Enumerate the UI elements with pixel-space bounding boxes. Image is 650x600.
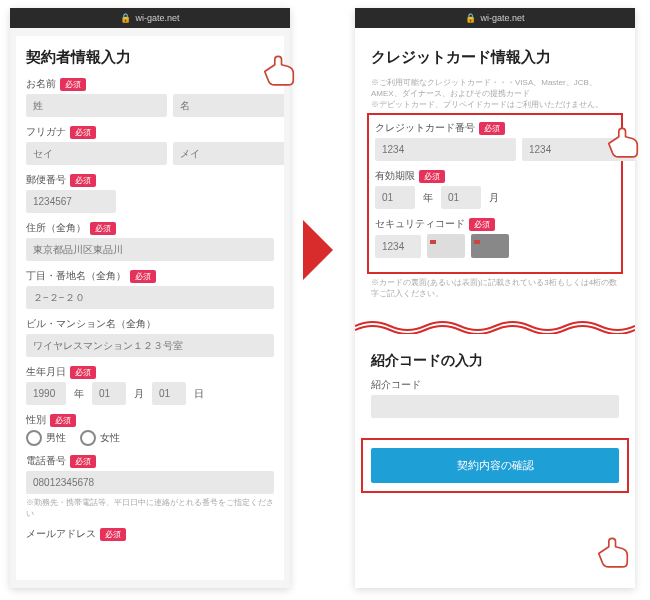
lock-icon: 🔒 bbox=[120, 13, 131, 23]
field-ccnum: クレジットカード番号必須 bbox=[375, 121, 615, 161]
field-sex: 性別必須 男性 女性 bbox=[26, 413, 274, 446]
field-bldg: ビル・マンション名（全角） bbox=[26, 317, 274, 357]
screen-contractor-info: 🔒 wi-gate.net 契約者情報入力 お名前必須 フリガナ必須 郵便番号必… bbox=[10, 8, 290, 588]
field-dob: 生年月日必須 年 月 日 bbox=[26, 365, 274, 405]
cvv-note: ※カードの裏面(あるいは表面)に記載されている3桁もしくは4桁の数字ご記入くださ… bbox=[371, 277, 619, 299]
ccnum-1-input[interactable] bbox=[375, 138, 516, 161]
lock-icon: 🔒 bbox=[465, 13, 476, 23]
referral-input[interactable] bbox=[371, 395, 619, 418]
tel-note: ※勤務先・携帯電話等、平日日中に連絡がとれる番号をご指定ください bbox=[26, 497, 274, 519]
dob-month-input[interactable] bbox=[92, 382, 126, 405]
form-content: クレジットカード情報入力 ※ご利用可能なクレジットカード・・・VISA、Mast… bbox=[355, 28, 635, 588]
field-kana: フリガナ必須 bbox=[26, 125, 274, 165]
cc-title: クレジットカード情報入力 bbox=[371, 48, 619, 67]
bldg-input[interactable] bbox=[26, 334, 274, 357]
field-exp: 有効期限必須 年 月 bbox=[375, 169, 615, 209]
address-bar: 🔒 wi-gate.net bbox=[355, 8, 635, 28]
exp-month-input[interactable] bbox=[441, 186, 481, 209]
dob-day-input[interactable] bbox=[152, 382, 186, 405]
address-bar: 🔒 wi-gate.net bbox=[10, 8, 290, 28]
cvv-input[interactable] bbox=[375, 235, 421, 258]
url-text: wi-gate.net bbox=[135, 13, 179, 23]
card-front-icon bbox=[427, 234, 465, 258]
arrow-icon bbox=[303, 220, 333, 280]
surname-input[interactable] bbox=[26, 94, 167, 117]
addr-input[interactable] bbox=[26, 238, 274, 261]
field-addr2: 丁目・番地名（全角）必須 bbox=[26, 269, 274, 309]
sex-female-radio[interactable]: 女性 bbox=[80, 430, 120, 446]
confirm-highlight-box: 契約内容の確認 bbox=[361, 438, 629, 493]
url-text: wi-gate.net bbox=[480, 13, 524, 23]
required-badge: 必須 bbox=[60, 78, 86, 91]
exp-year-input[interactable] bbox=[375, 186, 415, 209]
givenname-input[interactable] bbox=[173, 94, 284, 117]
ccnum-2-input[interactable] bbox=[522, 138, 635, 161]
zip-input[interactable] bbox=[26, 190, 116, 213]
referral-title: 紹介コードの入力 bbox=[371, 352, 619, 370]
kana-givenname-input[interactable] bbox=[173, 142, 284, 165]
cc-note: ※ご利用可能なクレジットカード・・・VISA、Master、JCB、AMEX、ダ… bbox=[371, 77, 619, 110]
card-back-icon bbox=[471, 234, 509, 258]
dob-year-input[interactable] bbox=[26, 382, 66, 405]
confirm-button[interactable]: 契約内容の確認 bbox=[371, 448, 619, 483]
field-name: お名前必須 bbox=[26, 77, 274, 117]
field-zip: 郵便番号必須 bbox=[26, 173, 274, 213]
field-tel: 電話番号必須 ※勤務先・携帯電話等、平日日中に連絡がとれる番号をご指定ください bbox=[26, 454, 274, 519]
kana-surname-input[interactable] bbox=[26, 142, 167, 165]
screen-credit-card: 🔒 wi-gate.net クレジットカード情報入力 ※ご利用可能なクレジットカ… bbox=[355, 8, 635, 588]
form-content: 契約者情報入力 お名前必須 フリガナ必須 郵便番号必須 住所（全角）必須 丁目・… bbox=[16, 36, 284, 580]
page-title: 契約者情報入力 bbox=[26, 48, 274, 67]
field-addr: 住所（全角）必須 bbox=[26, 221, 274, 261]
cc-highlight-box: クレジットカード番号必須 有効期限必須 年 月 bbox=[367, 113, 623, 274]
sex-male-radio[interactable]: 男性 bbox=[26, 430, 66, 446]
field-mail: メールアドレス必須 bbox=[26, 527, 274, 541]
content-break bbox=[355, 318, 635, 334]
field-cvv: セキュリティコード必須 bbox=[375, 217, 615, 258]
tel-input[interactable] bbox=[26, 471, 274, 494]
addr2-input[interactable] bbox=[26, 286, 274, 309]
